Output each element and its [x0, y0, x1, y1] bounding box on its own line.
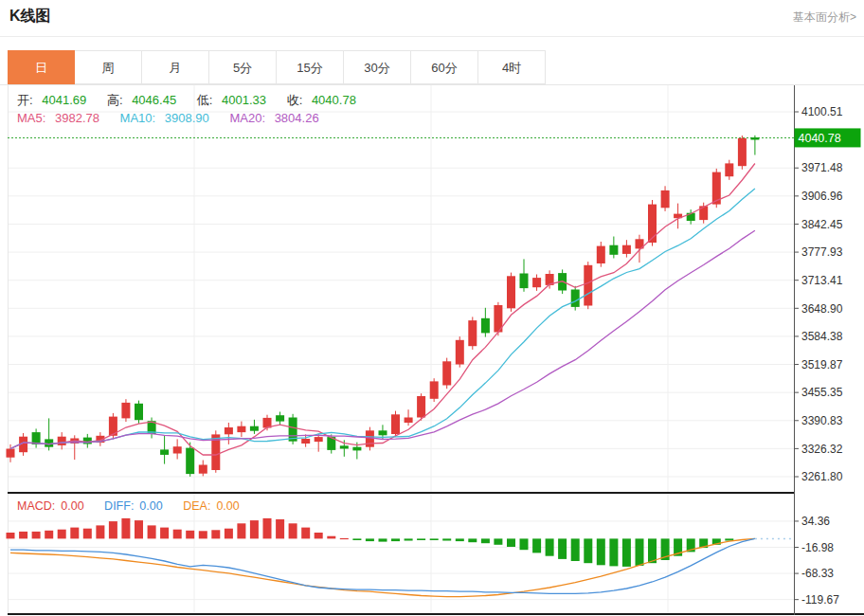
- period-tab-4[interactable]: 5分: [209, 50, 277, 84]
- macd-bar: [379, 538, 387, 541]
- candle-body: [468, 320, 477, 346]
- price-axis-label: 3519.87: [801, 358, 843, 371]
- macd-bar: [160, 528, 169, 539]
- candle-body: [340, 445, 349, 448]
- period-tab-7[interactable]: 60分: [411, 50, 478, 84]
- period-tab-3[interactable]: 月: [142, 50, 209, 84]
- period-tab-1[interactable]: 日: [8, 50, 75, 84]
- macd-bar: [301, 528, 310, 539]
- candle-body: [173, 446, 182, 453]
- macd-bar: [442, 538, 451, 540]
- macd-axis-label: -68.33: [801, 567, 834, 580]
- macd-bar: [622, 538, 631, 567]
- macd-bar: [7, 533, 15, 538]
- ma10-label: MA10:: [120, 111, 156, 125]
- candle-body: [405, 418, 413, 424]
- candle-body: [391, 414, 400, 434]
- macd-bar: [225, 529, 233, 539]
- candle-body: [442, 361, 451, 385]
- candle-body: [597, 246, 605, 263]
- ma5-label: MA5:: [17, 111, 45, 125]
- candle-body: [315, 437, 323, 442]
- macd-bar: [289, 523, 297, 538]
- price-axis-label: 3390.83: [801, 414, 843, 427]
- macd-bar: [327, 536, 335, 539]
- price-axis-label: 3261.80: [801, 470, 843, 483]
- macd-legend: MACD:0.00 DIFF:0.00 DEA:0.00: [17, 499, 245, 513]
- macd-bar: [135, 520, 143, 538]
- ma20-value: 3804.26: [275, 111, 319, 125]
- candle-body: [571, 290, 580, 307]
- low-label: 低:: [197, 93, 213, 107]
- period-tabs: 日周月5分15分30分60分4时: [8, 50, 546, 84]
- candle-body: [738, 138, 747, 166]
- candle-body: [58, 437, 66, 445]
- macd-bar: [58, 530, 66, 539]
- open-label: 开:: [17, 93, 33, 107]
- candle-body: [750, 137, 759, 140]
- candle-body: [186, 448, 194, 475]
- candle-body: [276, 415, 284, 421]
- macd-bar: [597, 538, 605, 565]
- dea-value: 0.00: [216, 499, 239, 513]
- period-tab-8[interactable]: 4时: [478, 50, 546, 84]
- price-axis-label: 3777.93: [801, 245, 843, 259]
- macd-bar: [609, 538, 618, 566]
- macd-bar: [276, 519, 284, 538]
- macd-bar: [417, 538, 425, 540]
- price-axis-label: 3906.96: [801, 190, 843, 203]
- candle-body: [121, 403, 130, 419]
- ohlc-legend: 开: 4041.69 高: 4046.45 低: 4001.33 收: 4040…: [17, 92, 362, 109]
- candle-body: [237, 426, 245, 432]
- macd-bar: [340, 538, 349, 539]
- candle-body: [366, 430, 374, 446]
- period-tab-5[interactable]: 15分: [277, 50, 344, 84]
- candle-body: [481, 318, 490, 334]
- macd-bar: [19, 532, 27, 539]
- macd-bar: [546, 538, 554, 555]
- macd-bar: [96, 525, 104, 538]
- macd-bar: [109, 521, 117, 538]
- period-tab-6[interactable]: 30分: [344, 50, 411, 84]
- fundamental-analysis-link[interactable]: 基本面分析>: [793, 9, 856, 26]
- page-title: K线图: [9, 7, 51, 27]
- candle-body: [507, 276, 515, 308]
- candle-body: [135, 404, 143, 420]
- macd-bar: [391, 538, 400, 541]
- macd-bar: [173, 530, 182, 539]
- candle-body: [430, 381, 439, 398]
- macd-bar: [507, 538, 515, 547]
- macd-bar: [315, 533, 323, 538]
- price-axis-label: 3326.32: [801, 443, 843, 456]
- ma-legend: MA5: 3982.78 MA10: 3908.90 MA20: 3804.26: [17, 111, 325, 125]
- candle-body: [648, 205, 657, 243]
- macd-bar: [481, 538, 490, 543]
- candle-body: [456, 340, 464, 365]
- macd-bar: [494, 538, 502, 544]
- macd-bar: [468, 538, 477, 542]
- candle-body: [7, 449, 15, 458]
- low-value: 4001.33: [222, 93, 266, 107]
- candle-body: [225, 427, 233, 434]
- macd-bar: [32, 532, 41, 539]
- ma5-value: 3982.78: [55, 111, 99, 125]
- open-value: 4041.69: [42, 93, 86, 107]
- macd-bar: [211, 530, 220, 538]
- main-macd-separator: [8, 492, 795, 494]
- macd-bar: [352, 538, 361, 540]
- macd-bar: [250, 520, 259, 538]
- candle-body: [83, 438, 92, 444]
- ma10-value: 3908.90: [165, 111, 209, 125]
- period-tab-2[interactable]: 周: [75, 50, 142, 84]
- price-axis-label: 3455.35: [801, 386, 843, 399]
- macd-bar: [558, 538, 567, 559]
- candle-body: [160, 449, 169, 455]
- candle-body: [379, 430, 387, 435]
- ma20-label: MA20:: [229, 111, 265, 125]
- close-value: 4040.78: [312, 93, 356, 107]
- candle-body: [584, 265, 592, 306]
- high-label: 高:: [107, 93, 123, 107]
- macd-axis-label: 34.36: [801, 515, 830, 528]
- macd-bar: [263, 518, 272, 539]
- price-axis-label: 3584.38: [801, 330, 843, 343]
